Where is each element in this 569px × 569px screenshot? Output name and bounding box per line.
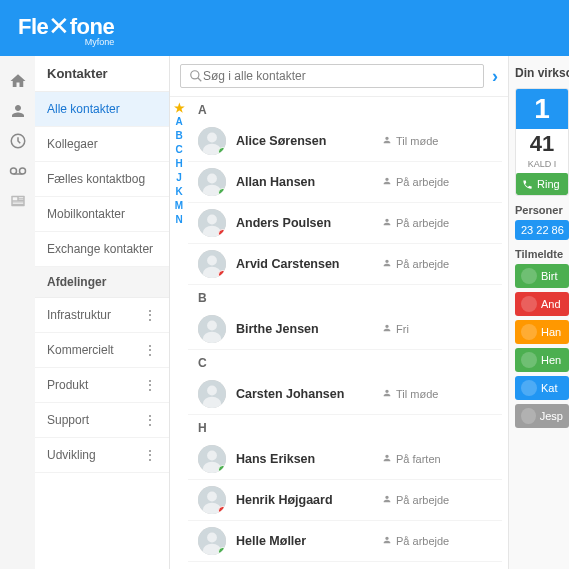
person-tag[interactable]: Han xyxy=(515,320,569,344)
alpha-letter[interactable]: C xyxy=(170,143,188,157)
alpha-letter[interactable]: K xyxy=(170,185,188,199)
sidebar-dept-item[interactable]: Support⋮ xyxy=(35,403,169,438)
contact-status: På arbejde xyxy=(382,217,492,229)
contact-row[interactable]: Henrik Højgaard På arbejde xyxy=(188,480,502,521)
contact-row[interactable]: Birthe Jensen Fri xyxy=(188,309,502,350)
person-small-icon xyxy=(382,535,392,547)
avatar xyxy=(198,168,226,196)
queue-position: 1 xyxy=(516,89,568,129)
clock-icon[interactable] xyxy=(0,126,35,156)
sidebar-dept-item[interactable]: Kommercielt⋮ xyxy=(35,333,169,368)
contact-name: Arvid Carstensen xyxy=(236,257,382,271)
group-header: B xyxy=(188,285,502,309)
alpha-letter[interactable]: H xyxy=(170,157,188,171)
alpha-index[interactable]: ★ ABCHJKMN xyxy=(170,97,188,569)
svg-line-11 xyxy=(198,78,202,82)
alpha-letter[interactable]: A xyxy=(170,115,188,129)
more-icon[interactable]: ⋮ xyxy=(143,310,157,320)
svg-point-10 xyxy=(191,71,199,79)
avatar xyxy=(198,209,226,237)
contact-row[interactable]: Arvid Carstensen På arbejde xyxy=(188,244,502,285)
expand-chevron-icon[interactable]: › xyxy=(492,66,498,87)
presence-dot xyxy=(218,270,226,278)
presence-dot xyxy=(218,188,226,196)
more-icon[interactable]: ⋮ xyxy=(143,345,157,355)
svg-point-22 xyxy=(207,256,217,266)
contact-list[interactable]: A Alice Sørensen Til møde Allan Hansen P… xyxy=(188,97,508,569)
contact-status: Fri xyxy=(382,323,492,335)
contact-status: På arbejde xyxy=(382,258,492,270)
person-tag[interactable]: Birt xyxy=(515,264,569,288)
company-panel: Din virkso 1 41 KALD I Ring Personer 23 … xyxy=(509,56,569,569)
avatar xyxy=(198,250,226,278)
contact-name: Henrik Højgaard xyxy=(236,493,382,507)
sidebar-item[interactable]: Exchange kontakter xyxy=(35,232,169,267)
group-header: H xyxy=(188,415,502,439)
more-icon[interactable]: ⋮ xyxy=(143,415,157,425)
alpha-letter[interactable]: N xyxy=(170,213,188,227)
search-input[interactable] xyxy=(203,69,475,83)
sidebar-dept-item[interactable]: Udvikling⋮ xyxy=(35,438,169,473)
svg-point-34 xyxy=(207,492,217,502)
sidebar-item[interactable]: Kollegaer xyxy=(35,127,169,162)
person-small-icon xyxy=(382,494,392,506)
contact-status: Til møde xyxy=(382,135,492,147)
group-header: C xyxy=(188,350,502,374)
presence-dot xyxy=(218,229,226,237)
app-header: Fle✕fone Myfone xyxy=(0,0,569,56)
contact-row[interactable]: Alice Sørensen Til møde xyxy=(188,121,502,162)
svg-point-25 xyxy=(207,321,217,331)
voicemail-icon[interactable] xyxy=(0,156,35,186)
contact-row[interactable]: Hans Eriksen På farten xyxy=(188,439,502,480)
icon-rail xyxy=(0,56,35,569)
svg-rect-6 xyxy=(12,202,23,203)
contact-row[interactable]: Carsten Johansen Til møde xyxy=(188,374,502,415)
news-icon[interactable] xyxy=(0,186,35,216)
alpha-letter[interactable]: M xyxy=(170,199,188,213)
person-tag[interactable]: Hen xyxy=(515,348,569,372)
person-small-icon xyxy=(382,176,392,188)
ring-button[interactable]: Ring xyxy=(516,173,568,195)
sidebar-item[interactable]: Alle kontakter xyxy=(35,92,169,127)
person-tag[interactable]: Jesp xyxy=(515,404,569,428)
tag-avatar xyxy=(521,268,537,284)
contact-name: Carsten Johansen xyxy=(236,387,382,401)
sidebar-item[interactable]: Mobilkontakter xyxy=(35,197,169,232)
sidebar-section-depts: Afdelinger xyxy=(35,267,169,298)
svg-rect-8 xyxy=(18,197,23,198)
contact-status: Til møde xyxy=(382,388,492,400)
person-tag[interactable]: Kat xyxy=(515,376,569,400)
svg-point-31 xyxy=(207,451,217,461)
queue-label: KALD I xyxy=(516,159,568,173)
contact-row[interactable]: Allan Hansen På arbejde xyxy=(188,162,502,203)
svg-point-19 xyxy=(207,215,217,225)
phone-tag[interactable]: 23 22 86 xyxy=(515,220,569,240)
contact-row[interactable]: Anders Poulsen På arbejde xyxy=(188,203,502,244)
search-input-container[interactable] xyxy=(180,64,484,88)
sidebar-title: Kontakter xyxy=(35,56,169,92)
contact-row[interactable]: Helle Møller På arbejde xyxy=(188,521,502,562)
svg-point-16 xyxy=(207,174,217,184)
svg-point-13 xyxy=(207,133,217,143)
presence-dot xyxy=(218,506,226,514)
person-icon[interactable] xyxy=(0,96,35,126)
alpha-letter[interactable]: B xyxy=(170,129,188,143)
person-small-icon xyxy=(382,258,392,270)
avatar xyxy=(198,127,226,155)
contact-status: På arbejde xyxy=(382,494,492,506)
sidebar-item[interactable]: Fælles kontaktbog xyxy=(35,162,169,197)
sidebar-dept-item[interactable]: Infrastruktur⋮ xyxy=(35,298,169,333)
svg-rect-5 xyxy=(12,197,17,200)
person-small-icon xyxy=(382,323,392,335)
sidebar-dept-item[interactable]: Produkt⋮ xyxy=(35,368,169,403)
home-icon[interactable] xyxy=(0,66,35,96)
person-tag[interactable]: And xyxy=(515,292,569,316)
person-small-icon xyxy=(382,388,392,400)
star-icon[interactable]: ★ xyxy=(170,101,188,115)
right-title: Din virkso xyxy=(515,66,569,88)
tag-avatar xyxy=(521,324,537,340)
alpha-letter[interactable]: J xyxy=(170,171,188,185)
more-icon[interactable]: ⋮ xyxy=(143,380,157,390)
more-icon[interactable]: ⋮ xyxy=(143,450,157,460)
svg-rect-7 xyxy=(12,203,23,204)
